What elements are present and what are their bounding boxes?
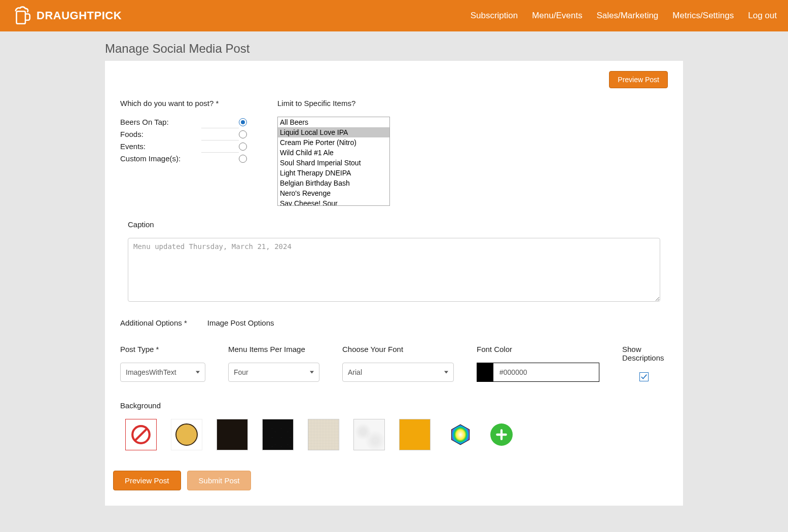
radio-events-label: Events: bbox=[120, 142, 146, 151]
post-type-value: ImagesWithText bbox=[126, 368, 176, 376]
brand-circle-icon bbox=[175, 423, 198, 446]
limit-option[interactable]: Belgian Birthday Bash bbox=[278, 178, 389, 188]
radio-button-icon bbox=[239, 118, 247, 126]
radio-beers[interactable]: Beers On Tap: bbox=[120, 117, 247, 127]
per-image-value: Four bbox=[234, 368, 248, 376]
background-label: Background bbox=[120, 401, 668, 410]
add-background-button[interactable] bbox=[490, 423, 513, 446]
check-icon bbox=[640, 373, 648, 380]
post-target-label: Which do you want to post? * bbox=[120, 99, 247, 108]
limit-group: Limit to Specific Items? All BeersLiquid… bbox=[277, 99, 390, 206]
main-nav: Subscription Menu/Events Sales/Marketing… bbox=[471, 11, 777, 21]
font-select[interactable]: Arial bbox=[342, 363, 454, 382]
per-image-select[interactable]: Four bbox=[228, 363, 319, 382]
font-color-label: Font Color bbox=[477, 345, 599, 353]
nav-subscription[interactable]: Subscription bbox=[471, 11, 518, 21]
background-row bbox=[125, 419, 668, 450]
preview-post-top-button[interactable]: Preview Post bbox=[609, 71, 668, 88]
additional-options-label: Additional Options * bbox=[120, 318, 187, 327]
radio-events[interactable]: Events: bbox=[120, 141, 247, 152]
post-target-group: Which do you want to post? * Beers On Ta… bbox=[120, 99, 247, 206]
radio-foods[interactable]: Foods: bbox=[120, 129, 247, 139]
submit-post-button[interactable]: Submit Post bbox=[187, 471, 252, 490]
limit-option[interactable]: Light Therapy DNEIPA bbox=[278, 168, 389, 178]
nav-menu-events[interactable]: Menu/Events bbox=[532, 11, 582, 21]
svg-marker-3 bbox=[451, 424, 469, 445]
radio-foods-label: Foods: bbox=[120, 130, 144, 138]
nav-sales-marketing[interactable]: Sales/Marketing bbox=[596, 11, 658, 21]
bg-thumb-linen[interactable] bbox=[308, 419, 339, 450]
no-entry-icon bbox=[130, 424, 152, 445]
limit-option[interactable]: Soul Shard Imperial Stout bbox=[278, 158, 389, 168]
post-type-label: Post Type * bbox=[120, 345, 205, 353]
font-value: Arial bbox=[348, 368, 362, 376]
beer-mug-icon bbox=[11, 5, 32, 26]
limit-option[interactable]: Nero's Revenge bbox=[278, 188, 389, 198]
brand-name: DRAUGHTPICK bbox=[37, 9, 122, 22]
limit-option[interactable]: Say Cheese! Sour bbox=[278, 198, 389, 206]
divider bbox=[201, 128, 239, 128]
form-panel: Preview Post Which do you want to post? … bbox=[105, 61, 683, 506]
font-color-input[interactable] bbox=[493, 363, 599, 381]
radio-custom[interactable]: Custom Image(s): bbox=[120, 153, 247, 164]
caption-textarea[interactable] bbox=[128, 238, 660, 302]
post-type-select[interactable]: ImagesWithText bbox=[120, 363, 205, 382]
limit-option[interactable]: All Beers bbox=[278, 117, 389, 127]
brand-logo: DRAUGHTPICK bbox=[11, 5, 122, 26]
svg-rect-0 bbox=[17, 11, 26, 24]
color-swatch-icon bbox=[477, 363, 493, 381]
divider bbox=[201, 152, 239, 153]
color-picker-hex-icon[interactable] bbox=[449, 423, 472, 446]
bg-thumb-black-marble[interactable] bbox=[262, 419, 294, 450]
nav-logout[interactable]: Log out bbox=[748, 11, 777, 21]
bg-thumb-amber[interactable] bbox=[399, 419, 431, 450]
svg-line-2 bbox=[135, 429, 147, 440]
plus-icon bbox=[495, 428, 508, 441]
divider bbox=[201, 140, 239, 140]
preview-post-bottom-button[interactable]: Preview Post bbox=[113, 471, 181, 490]
page-title: Manage Social Media Post bbox=[105, 42, 683, 56]
app-header: DRAUGHTPICK Subscription Menu/Events Sal… bbox=[0, 0, 788, 31]
caption-label: Caption bbox=[128, 220, 660, 229]
show-descriptions-checkbox[interactable] bbox=[639, 372, 649, 381]
show-descriptions-label: Show Descriptions bbox=[622, 345, 668, 362]
radio-button-icon bbox=[239, 130, 247, 138]
radio-button-icon bbox=[239, 143, 247, 151]
limit-option[interactable]: Cream Pie Porter (Nitro) bbox=[278, 137, 389, 148]
limit-option[interactable]: Liquid Local Love IPA bbox=[278, 127, 389, 137]
limit-label: Limit to Specific Items? bbox=[277, 99, 390, 108]
bg-thumb-none[interactable] bbox=[125, 419, 157, 450]
limit-option[interactable]: Wild Child #1 Ale bbox=[278, 148, 389, 158]
font-label: Choose Your Font bbox=[342, 345, 454, 353]
nav-metrics-settings[interactable]: Metrics/Settings bbox=[672, 11, 734, 21]
radio-beers-label: Beers On Tap: bbox=[120, 118, 169, 126]
radio-button-icon bbox=[239, 155, 247, 163]
font-color-field[interactable] bbox=[477, 363, 599, 382]
bg-thumb-white-marble[interactable] bbox=[353, 419, 385, 450]
radio-custom-label: Custom Image(s): bbox=[120, 154, 181, 163]
bg-thumb-brand[interactable] bbox=[171, 419, 202, 450]
image-post-options-label: Image Post Options bbox=[207, 318, 274, 327]
bg-thumb-dark-wood[interactable] bbox=[217, 419, 248, 450]
limit-items-select[interactable]: All BeersLiquid Local Love IPACream Pie … bbox=[277, 117, 390, 206]
per-image-label: Menu Items Per Image bbox=[228, 345, 319, 353]
